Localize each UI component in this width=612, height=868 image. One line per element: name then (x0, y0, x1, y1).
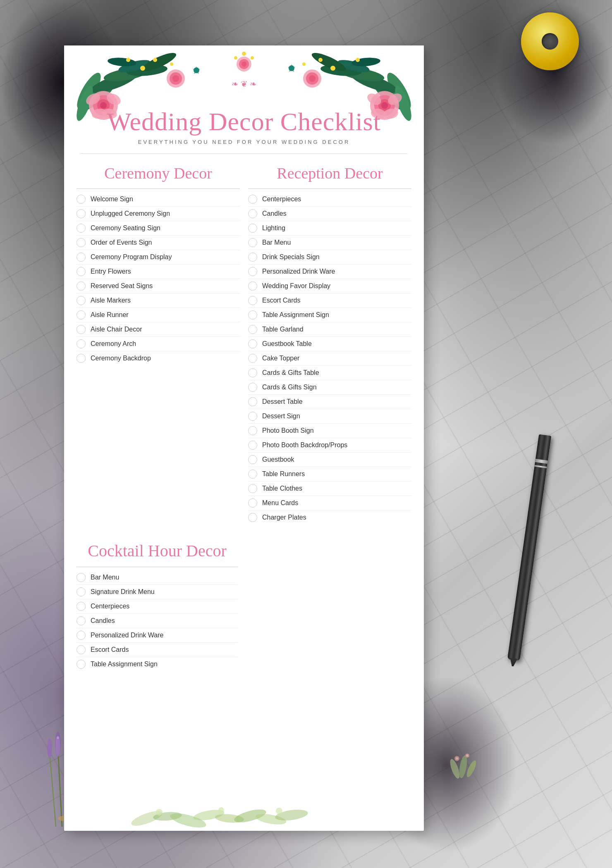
pen-band-2 (534, 465, 547, 468)
list-item: Order of Events Sign (76, 236, 240, 250)
item-label: Ceremony Backdrop (91, 355, 151, 362)
list-item: Menu Cards (248, 496, 411, 510)
item-label: Aisle Markers (91, 297, 131, 304)
checkbox-circle[interactable] (76, 195, 86, 204)
checkbox-circle[interactable] (248, 253, 257, 262)
checkbox-circle[interactable] (248, 426, 257, 435)
list-item: Signature Drink Menu (76, 585, 238, 599)
item-label: Guestbook (262, 456, 294, 463)
checkbox-circle[interactable] (248, 296, 257, 305)
item-label: Ceremony Program Display (91, 253, 172, 261)
list-item: Aisle Chair Decor (76, 322, 240, 337)
document-paper: ❧ ❦ ❧ Wedding Decor Checklist EVERYTHING… (64, 45, 424, 831)
list-item: Photo Booth Backdrop/Props (248, 438, 411, 453)
item-label: Table Garland (262, 326, 304, 333)
checkbox-circle[interactable] (248, 455, 257, 464)
list-item: Entry Flowers (76, 265, 240, 279)
checkbox-circle[interactable] (76, 238, 86, 247)
main-columns: Ceremony Decor Welcome SignUnplugged Cer… (64, 160, 424, 525)
item-label: Bar Menu (91, 574, 119, 581)
reception-checklist: CenterpiecesCandlesLightingBar MenuDrink… (248, 192, 411, 525)
checkbox-circle[interactable] (76, 281, 86, 291)
list-item: Escort Cards (76, 643, 238, 657)
checkbox-circle[interactable] (76, 660, 86, 669)
checkbox-circle[interactable] (248, 368, 257, 377)
checkbox-circle[interactable] (248, 513, 257, 522)
checkbox-circle[interactable] (76, 310, 86, 320)
list-item: Candles (76, 614, 238, 628)
checkbox-circle[interactable] (76, 616, 86, 625)
checkbox-circle[interactable] (248, 441, 257, 450)
list-item: Dessert Sign (248, 409, 411, 424)
svg-point-93 (218, 807, 224, 813)
item-label: Escort Cards (91, 646, 129, 653)
checkbox-circle[interactable] (248, 498, 257, 508)
checkbox-circle[interactable] (76, 209, 86, 218)
checkbox-circle[interactable] (76, 587, 86, 596)
item-label: Personalized Drink Ware (262, 268, 335, 275)
list-item: Cards & Gifts Table (248, 366, 411, 380)
list-item: Welcome Sign (76, 192, 240, 207)
checkbox-circle[interactable] (76, 645, 86, 654)
checkbox-circle[interactable] (248, 310, 257, 320)
ceremony-checklist: Welcome SignUnplugged Ceremony SignCerem… (76, 192, 240, 365)
item-label: Unplugged Ceremony Sign (91, 210, 170, 217)
checkbox-circle[interactable] (76, 602, 86, 611)
reception-divider (248, 188, 411, 189)
checkbox-circle[interactable] (76, 354, 86, 363)
list-item: Bar Menu (248, 236, 411, 250)
subtitle: EVERYTHING YOU NEED FOR YOUR WEDDING DEC… (64, 139, 424, 145)
checkbox-circle[interactable] (248, 383, 257, 392)
svg-line-3 (50, 752, 56, 827)
checkbox-circle[interactable] (248, 339, 257, 348)
checkbox-circle[interactable] (76, 631, 86, 640)
checkbox-circle[interactable] (76, 224, 86, 233)
checkbox-circle[interactable] (76, 339, 86, 348)
checkbox-circle[interactable] (76, 267, 86, 276)
checkbox-circle[interactable] (248, 209, 257, 218)
checkbox-circle[interactable] (248, 238, 257, 247)
checkbox-circle[interactable] (248, 267, 257, 276)
list-item: Table Assignment Sign (76, 657, 238, 671)
item-label: Table Assignment Sign (262, 311, 329, 319)
title-divider (81, 153, 407, 154)
list-item: Ceremony Arch (76, 337, 240, 351)
checkbox-circle[interactable] (248, 325, 257, 334)
list-item: Reserved Seat Signs (76, 279, 240, 293)
item-label: Dessert Sign (262, 413, 300, 420)
item-label: Entry Flowers (91, 268, 131, 275)
item-label: Ceremony Arch (91, 340, 136, 348)
list-item: Ceremony Backdrop (76, 351, 240, 365)
checkbox-circle[interactable] (248, 484, 257, 493)
list-item: Table Clothes (248, 482, 411, 496)
checkbox-circle[interactable] (248, 412, 257, 421)
list-item: Personalized Drink Ware (248, 265, 411, 279)
ceremony-column: Ceremony Decor Welcome SignUnplugged Cer… (76, 164, 240, 525)
reception-column: Reception Decor CenterpiecesCandlesLight… (248, 164, 411, 525)
checkbox-circle[interactable] (76, 325, 86, 334)
item-label: Order of Events Sign (91, 239, 152, 246)
list-item: Wedding Favor Display (248, 279, 411, 293)
checkbox-circle[interactable] (248, 397, 257, 406)
list-item: Charger Plates (248, 510, 411, 525)
checkbox-circle[interactable] (76, 573, 86, 582)
item-label: Ceremony Seating Sign (91, 224, 160, 232)
checkbox-circle[interactable] (248, 195, 257, 204)
svg-point-21 (456, 757, 458, 760)
pen-band-1 (535, 459, 548, 464)
checkbox-circle[interactable] (248, 354, 257, 363)
checkbox-circle[interactable] (76, 253, 86, 262)
item-label: Centerpieces (262, 196, 301, 203)
main-title: Wedding Decor Checklist (64, 107, 424, 136)
checkbox-circle[interactable] (248, 470, 257, 479)
list-item: Aisle Runner (76, 308, 240, 322)
checkbox-circle[interactable] (248, 281, 257, 291)
item-label: Table Clothes (262, 485, 302, 492)
list-item: Candles (248, 207, 411, 221)
list-item: Escort Cards (248, 293, 411, 308)
checkbox-circle[interactable] (248, 224, 257, 233)
checkbox-circle[interactable] (76, 296, 86, 305)
item-label: Cards & Gifts Table (262, 369, 319, 377)
title-area: Wedding Decor Checklist EVERYTHING YOU N… (64, 45, 424, 147)
list-item: Cake Topper (248, 351, 411, 366)
